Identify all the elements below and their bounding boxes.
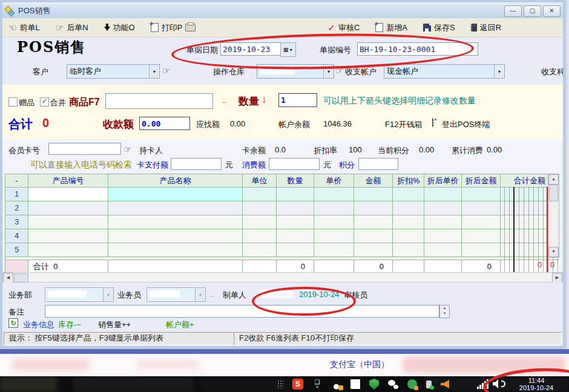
- points-input[interactable]: [358, 158, 398, 170]
- cell-product-name[interactable]: [108, 229, 243, 243]
- cell-product-name[interactable]: [108, 215, 243, 229]
- cell-qty[interactable]: [277, 188, 314, 201]
- spinner-down-icon[interactable]: ▼: [443, 312, 447, 315]
- audit-button[interactable]: ✓ 审核C: [327, 22, 360, 33]
- orange-speaker-icon[interactable]: [441, 380, 449, 388]
- table-row[interactable]: 2: [5, 201, 559, 215]
- cell-qty[interactable]: [277, 215, 314, 229]
- cell-product-no[interactable]: [28, 201, 108, 215]
- security-shield-icon[interactable]: [369, 379, 379, 390]
- printer-icon[interactable]: [185, 24, 196, 31]
- refresh-icon[interactable]: ↻: [8, 318, 18, 328]
- salesman-combo[interactable]: ▼: [146, 287, 206, 302]
- remark-input[interactable]: [45, 305, 439, 318]
- title-bar[interactable]: POS销售 — ▢ ✕: [2, 4, 563, 18]
- chevron-down-icon[interactable]: ▼: [323, 65, 334, 78]
- received-input[interactable]: [139, 117, 190, 130]
- consume-input[interactable]: [269, 158, 320, 170]
- doc-date-input[interactable]: [220, 42, 281, 56]
- table-horizontal-scrollbar[interactable]: ◀ ▶: [2, 272, 563, 283]
- alipay-window-title[interactable]: 支付宝（中国）: [330, 359, 389, 370]
- cell-product-no[interactable]: [28, 215, 108, 229]
- cell-amount[interactable]: [354, 188, 393, 201]
- cell-product-name[interactable]: [108, 201, 243, 215]
- chevron-down-icon[interactable]: ▼: [494, 65, 504, 78]
- chevron-down-icon[interactable]: ▼: [149, 65, 159, 78]
- tray-grip-handle[interactable]: [277, 380, 283, 388]
- business-info-button[interactable]: 业务信息: [23, 319, 54, 330]
- customer-combo[interactable]: 临时客户 ▼: [67, 64, 160, 79]
- cell-price[interactable]: [314, 215, 354, 229]
- cell-price[interactable]: [314, 201, 354, 215]
- close-button[interactable]: ✕: [543, 5, 561, 17]
- col-header-amount[interactable]: 金额: [354, 174, 393, 188]
- cell-discount[interactable]: [393, 188, 424, 201]
- cell-product-name[interactable]: [108, 243, 243, 257]
- card-pay-input[interactable]: [171, 158, 222, 170]
- col-header-disc-price[interactable]: 折后单价: [424, 174, 462, 188]
- cell-product-no[interactable]: [28, 188, 108, 201]
- network-signal-icon[interactable]: [477, 379, 490, 389]
- product-more-dots[interactable]: ..: [222, 96, 226, 105]
- minimize-button[interactable]: —: [504, 5, 522, 17]
- scroll-down-button[interactable]: ▼: [548, 247, 559, 257]
- cell-qty[interactable]: [277, 201, 314, 215]
- new-button[interactable]: 新增A: [375, 22, 407, 33]
- next-doc-button[interactable]: ☞ 后单N: [56, 22, 88, 33]
- cell-unit[interactable]: [243, 201, 277, 215]
- cell-product-no[interactable]: [28, 229, 108, 243]
- cell-discount[interactable]: [393, 229, 424, 243]
- calendar-dropdown-button[interactable]: ▦▼: [280, 42, 296, 57]
- cell-disc-amount[interactable]: [462, 188, 501, 201]
- logout-pos-button[interactable]: 登出POS终端: [442, 119, 490, 130]
- taskbar-clock[interactable]: 11:44 2019-10-24: [511, 377, 562, 391]
- cashbox-shortcut[interactable]: F12开钱箱: [385, 119, 422, 130]
- col-header-qty[interactable]: 数量: [277, 174, 314, 188]
- cell-amount[interactable]: [354, 215, 393, 229]
- product-input[interactable]: [105, 93, 213, 109]
- cell-price[interactable]: [314, 243, 354, 257]
- member-card-input[interactable]: [48, 143, 121, 155]
- cell-amount[interactable]: [354, 201, 393, 215]
- cell-disc-amount[interactable]: [462, 243, 501, 257]
- table-row[interactable]: 1: [5, 188, 559, 201]
- maximize-button[interactable]: ▢: [524, 5, 541, 17]
- cell-disc-price[interactable]: [424, 188, 462, 201]
- cell-unit[interactable]: [243, 215, 277, 229]
- prev-doc-button[interactable]: ☜ 前单L: [8, 22, 40, 33]
- warehouse-combo[interactable]: ▼: [257, 64, 334, 79]
- cell-disc-price[interactable]: [424, 215, 462, 229]
- salesman-more-dots[interactable]: ..: [209, 290, 214, 299]
- table-row[interactable]: 3: [5, 215, 559, 229]
- col-header-disc-amount[interactable]: 折后金额: [462, 174, 501, 188]
- account-combo[interactable]: 现金帐户 ▼: [384, 64, 505, 79]
- remark-spinner[interactable]: ▲▼: [439, 305, 450, 318]
- usb-safely-remove-icon[interactable]: [426, 381, 432, 388]
- cell-price[interactable]: [314, 188, 354, 201]
- chevron-down-icon[interactable]: ▼: [103, 288, 113, 301]
- functions-button[interactable]: 功能O: [104, 22, 135, 33]
- member-picker-hand-icon[interactable]: ☞: [123, 144, 131, 155]
- chevron-down-icon[interactable]: ▼: [195, 288, 205, 301]
- cell-disc-amount[interactable]: [462, 229, 501, 243]
- col-header-product-name[interactable]: 产品名称: [108, 174, 243, 188]
- white-app-icon[interactable]: [350, 379, 360, 389]
- taskbar[interactable]: S ❏▾ 11:44 2019-10-24: [0, 376, 569, 392]
- scroll-left-button[interactable]: ◀: [3, 273, 13, 283]
- cell-product-no[interactable]: [28, 243, 108, 257]
- return-button[interactable]: 返回R: [471, 22, 501, 33]
- cell-unit[interactable]: [243, 188, 277, 201]
- cell-disc-amount[interactable]: [462, 215, 501, 229]
- cell-discount[interactable]: [393, 201, 424, 215]
- cell-unit[interactable]: [243, 243, 277, 257]
- col-header-price[interactable]: 单价: [314, 174, 354, 188]
- cell-product-name[interactable]: [108, 188, 243, 201]
- cell-amount[interactable]: [354, 229, 393, 243]
- scroll-right-button[interactable]: ▶: [552, 273, 562, 283]
- cell-qty[interactable]: [277, 229, 314, 243]
- cell-disc-price[interactable]: [424, 229, 462, 243]
- qty-input[interactable]: [278, 93, 317, 107]
- sogou-input-icon[interactable]: S: [292, 379, 303, 390]
- table-row[interactable]: 5: [5, 243, 559, 257]
- spinner-up-icon[interactable]: ▲: [443, 306, 447, 310]
